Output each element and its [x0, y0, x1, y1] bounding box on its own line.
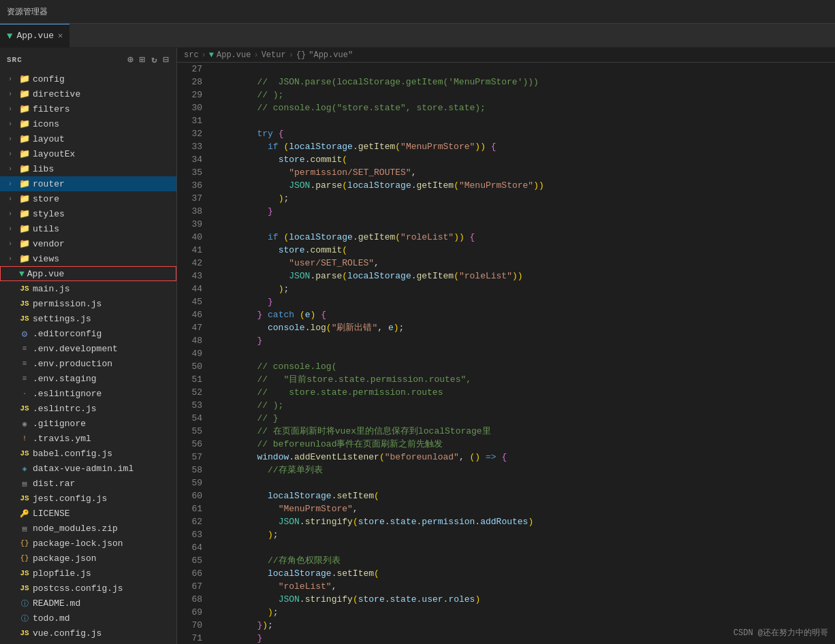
spacer: › — [8, 405, 16, 413]
spacer: › — [8, 525, 16, 532]
sidebar-item-gitignore[interactable]: › ◉ .gitignore — [0, 416, 176, 431]
line-numbers: 27282930 31323334 35363738 39404142 4344… — [177, 63, 208, 644]
sidebar-item-label: postcss.config.js — [33, 583, 123, 594]
txt-icon: · — [19, 389, 30, 398]
sidebar-item-dist-rar[interactable]: › ▤ dist.rar — [0, 476, 176, 491]
sidebar-item-label: package.json — [33, 553, 97, 564]
spacer: › — [8, 360, 16, 368]
sidebar-item-vendor[interactable]: › 📁 vendor — [0, 236, 176, 251]
sidebar-item-icons[interactable]: › 📁 icons — [0, 116, 176, 131]
sidebar-item-env-development[interactable]: › ≡ .env.development — [0, 341, 176, 356]
config-icon: ⚙ — [19, 328, 30, 340]
refresh-icon[interactable]: ↻ — [151, 54, 157, 65]
sidebar-item-settings-js[interactable]: › JS settings.js — [0, 311, 176, 326]
sidebar-item-label: layout — [33, 134, 65, 144]
sidebar-item-permission-js[interactable]: › JS permission.js — [0, 296, 176, 311]
sidebar-item-node-modules-zip[interactable]: › ▤ node_modules.zip — [0, 521, 176, 536]
chevron-right-icon: › — [8, 240, 16, 248]
sidebar-item-label: datax-vue-admin.iml — [33, 464, 133, 474]
spacer: › — [8, 315, 16, 323]
sidebar-item-app-vue[interactable]: › ▼ App.vue — [0, 266, 176, 281]
folder-icon: 📁 — [19, 223, 30, 234]
spacer: › — [8, 330, 16, 338]
sidebar-item-label: .eslintignore — [33, 389, 101, 399]
sidebar-item-jest-config-js[interactable]: › JS jest.config.js — [0, 491, 176, 506]
sidebar-item-directive[interactable]: › 📁 directive — [0, 86, 176, 101]
folder-icon: 📁 — [19, 208, 30, 219]
sidebar-item-todo-md[interactable]: › ⓘ todo.md — [0, 611, 176, 626]
sidebar-item-label: README.md — [33, 598, 80, 609]
chevron-right-icon: › — [8, 91, 16, 98]
js-icon: JS — [19, 629, 30, 637]
js-icon: JS — [19, 584, 30, 592]
sidebar-item-label: libs — [33, 164, 54, 174]
sidebar-item-filters[interactable]: › 📁 filters — [0, 101, 176, 116]
tab-label: App.vue — [16, 31, 54, 41]
chevron-right-icon: › — [8, 195, 16, 203]
sidebar-item-babel-config-js[interactable]: › JS babel.config.js — [0, 446, 176, 461]
sidebar-item-label: .editorconfig — [33, 329, 101, 339]
sidebar-toolbar: ⊕ ⊞ ↻ ⊟ — [127, 54, 170, 65]
sidebar-item-eslintrc-js[interactable]: › JS .eslintrc.js — [0, 401, 176, 416]
sidebar-item-travis-yml[interactable]: › ! .travis.yml — [0, 431, 176, 446]
js-icon: JS — [19, 494, 30, 502]
spacer: › — [8, 435, 16, 442]
code-editor[interactable]: 27282930 31323334 35363738 39404142 4344… — [177, 63, 835, 644]
sidebar-item-styles[interactable]: › 📁 styles — [0, 206, 176, 221]
folder-icon: 📁 — [19, 133, 30, 144]
folder-icon: 📁 — [19, 88, 30, 99]
new-file-icon[interactable]: ⊕ — [127, 54, 133, 65]
spacer: › — [8, 615, 16, 622]
chevron-right-icon: › — [8, 225, 16, 233]
sidebar-item-label: App.vue — [27, 269, 65, 279]
sidebar-item-layoutEx[interactable]: › 📁 layoutEx — [0, 146, 176, 161]
sidebar-header: src ⊕ ⊞ ↻ ⊟ — [0, 48, 176, 71]
sidebar-item-readme-md[interactable]: › ⓘ README.md — [0, 596, 176, 611]
sidebar-item-label: .gitignore — [33, 419, 86, 429]
sidebar-item-label: jest.config.js — [33, 494, 107, 504]
breadcrumb-vetur: Vetur — [262, 50, 286, 60]
sidebar-item-libs[interactable]: › 📁 libs — [0, 161, 176, 176]
sidebar-item-datax-vue-admin-iml[interactable]: › ◈ datax-vue-admin.iml — [0, 461, 176, 476]
js-icon: JS — [19, 404, 30, 413]
sidebar-item-license[interactable]: › 🔑 LICENSE — [0, 506, 176, 521]
vue-file-icon: ▼ — [19, 269, 25, 279]
breadcrumb-filename-label: "App.vue" — [309, 50, 353, 60]
main-layout: src ⊕ ⊞ ↻ ⊟ › 📁 config › 📁 directive › 📁… — [0, 48, 835, 644]
sidebar-item-main-js[interactable]: › JS main.js — [0, 281, 176, 296]
sidebar-item-plopfile-js[interactable]: › JS plopfile.js — [0, 566, 176, 581]
sidebar-item-label: directive — [33, 89, 80, 99]
sidebar-item-yarn-error-log[interactable]: › ≡ yarn-error.log — [0, 641, 176, 644]
sidebar-item-label: babel.config.js — [33, 449, 112, 459]
folder-icon: 📁 — [19, 118, 30, 129]
folder-icon: 📁 — [19, 193, 30, 204]
spacer: › — [8, 585, 16, 592]
sidebar-item-env-production[interactable]: › ≡ .env.production — [0, 356, 176, 371]
sidebar-item-views[interactable]: › 📁 views — [0, 251, 176, 266]
js-icon: JS — [19, 315, 30, 323]
sidebar-item-package-lock-json[interactable]: › {} package-lock.json — [0, 536, 176, 551]
sidebar-item-label: main.js — [33, 284, 70, 294]
sidebar-item-layout[interactable]: › 📁 layout — [0, 131, 176, 146]
sidebar-item-config[interactable]: › 📁 config — [0, 71, 176, 86]
sidebar-item-store[interactable]: › 📁 store — [0, 191, 176, 206]
sidebar-item-router[interactable]: › 📁 router — [0, 176, 176, 191]
zip-icon: ▤ — [19, 479, 30, 488]
tab-close-button[interactable]: ✕ — [58, 31, 63, 41]
sidebar-item-label: icons — [33, 119, 59, 129]
collapse-icon[interactable]: ⊟ — [163, 54, 170, 65]
sidebar-item-utils[interactable]: › 📁 utils — [0, 221, 176, 236]
sidebar-item-vue-config-js[interactable]: › JS vue.config.js — [0, 626, 176, 641]
sidebar-item-label: styles — [33, 209, 65, 219]
chevron-right-icon: › — [8, 255, 16, 263]
folder-icon: 📁 — [19, 163, 30, 174]
sidebar-item-editorconfig[interactable]: › ⚙ .editorconfig — [0, 326, 176, 341]
sidebar-item-postcss-config-js[interactable]: › JS postcss.config.js — [0, 581, 176, 596]
spacer: › — [8, 300, 16, 308]
chevron-right-icon: › — [8, 120, 16, 128]
sidebar-item-package-json[interactable]: › {} package.json — [0, 551, 176, 566]
sidebar-item-env-staging[interactable]: › ≡ .env.staging — [0, 371, 176, 386]
sidebar-item-eslintignore[interactable]: › · .eslintignore — [0, 386, 176, 401]
new-folder-icon[interactable]: ⊞ — [140, 54, 146, 65]
tab-app-vue[interactable]: ▼ App.vue ✕ — [0, 24, 69, 48]
